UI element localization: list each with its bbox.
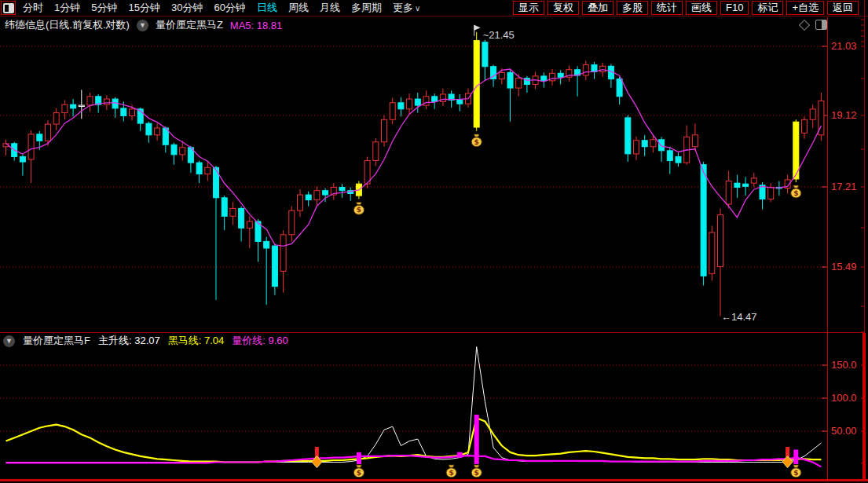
candle-body — [692, 135, 698, 147]
candle-body — [247, 221, 252, 228]
candle-body — [743, 184, 749, 186]
indicator-line-主升线 — [6, 347, 822, 463]
main-indicator-name: 量价厘定黑马Z — [156, 18, 223, 32]
period-item-日线[interactable]: 日线 — [257, 1, 277, 15]
magenta-signal-bar — [793, 450, 798, 464]
candle-body — [306, 195, 311, 199]
collapse-chevron-icon[interactable]: ▼ — [3, 335, 15, 347]
chart-canvas[interactable]: $$$~21.45←14.47$$$$ — [0, 0, 868, 483]
magenta-signal-bar — [357, 452, 361, 464]
price-axis-label: 21.03 — [831, 40, 857, 52]
period-item-月线[interactable]: 月线 — [320, 1, 340, 15]
toolbar-button-返回[interactable]: 返回 — [827, 1, 859, 15]
candle-body — [726, 181, 731, 204]
toolbar-button-叠加[interactable]: 叠加 — [582, 1, 613, 15]
money-bag-icon: $ — [446, 465, 456, 478]
money-bag-icon: $ — [791, 465, 801, 478]
toolbar-button-画线[interactable]: 画线 — [686, 1, 717, 15]
value-axis-label: 50.00 — [831, 425, 857, 437]
candle-body — [642, 141, 647, 147]
candle-body — [146, 123, 152, 135]
window-panel-button[interactable] — [1, 1, 16, 15]
candle-body — [398, 103, 404, 109]
legend-liangjia: 量价线: 9.60 — [232, 334, 288, 348]
candle-body — [46, 124, 51, 141]
sub-chart-header: ▼ 量价厘定黑马F 主升线: 32.07 黑马线: 7.04 量价线: 9.60 — [3, 334, 288, 348]
toolbar-button-多股[interactable]: 多股 — [617, 1, 648, 15]
period-item-60分钟[interactable]: 60分钟 — [214, 1, 245, 15]
candle-body — [516, 79, 522, 88]
candle-body — [415, 99, 420, 105]
high-annotation: ~21.45 — [483, 29, 515, 41]
candle-body — [390, 103, 395, 120]
candle-body — [751, 178, 756, 183]
ma5-value: MA5: 18.81 — [230, 20, 283, 31]
candle-body — [79, 105, 84, 106]
candle-body — [87, 97, 93, 105]
candle-body — [155, 128, 160, 135]
candle-body — [600, 66, 606, 71]
period-item-5分钟[interactable]: 5分钟 — [91, 1, 117, 15]
candle-body — [583, 64, 588, 75]
chart-corner-tools — [800, 20, 827, 30]
candle-body — [37, 134, 42, 141]
period-item-更多[interactable]: 更多∨ — [393, 1, 420, 15]
candle-body — [205, 167, 211, 174]
candle-body — [482, 42, 488, 67]
candle-body — [382, 119, 387, 141]
candle-body — [272, 246, 277, 287]
candle-body — [222, 198, 227, 216]
toolbar-button-标记[interactable]: 标记 — [752, 1, 783, 15]
candle-body — [104, 99, 109, 104]
toolbar-button-复权[interactable]: 复权 — [548, 1, 579, 15]
toolbar-button-统计[interactable]: 统计 — [651, 1, 683, 15]
candle-body — [617, 79, 622, 97]
split-panel-icon — [3, 3, 14, 13]
toolbar-button-F10[interactable]: F10 — [720, 1, 749, 15]
price-axis-label: 15.49 — [831, 261, 857, 273]
svg-text:$: $ — [474, 469, 479, 477]
period-item-周线[interactable]: 周线 — [288, 1, 309, 15]
split-view-icon[interactable] — [815, 20, 827, 30]
candle-body — [314, 191, 320, 200]
period-item-15分钟[interactable]: 15分钟 — [128, 1, 159, 15]
period-item-1分钟[interactable]: 1分钟 — [54, 1, 80, 15]
candle-body — [339, 187, 345, 190]
candle-body — [457, 100, 463, 104]
svg-text:$: $ — [793, 469, 798, 477]
period-item-30分钟[interactable]: 30分钟 — [171, 1, 203, 15]
price-axis-label: 17.21 — [831, 181, 857, 192]
trading-app-window: $$$~21.45←14.47$$$$ 21.0319.1217.2115.49… — [0, 0, 868, 483]
diamond-mark-icon[interactable] — [799, 19, 810, 30]
magenta-signal-square — [457, 452, 463, 458]
candle-body — [280, 235, 286, 272]
svg-text:$: $ — [449, 469, 453, 477]
candle-body — [802, 119, 808, 133]
candle-body — [701, 165, 706, 276]
chevron-down-icon: ∨ — [415, 4, 420, 13]
candle-body — [734, 183, 740, 187]
magenta-signal-bar — [474, 415, 479, 464]
sub-indicator-name: 量价厘定黑马F — [23, 334, 90, 348]
svg-text:$: $ — [474, 138, 479, 146]
candle-body — [171, 145, 177, 155]
candle-body — [709, 232, 715, 273]
toolbar-button-显示[interactable]: 显示 — [513, 1, 544, 15]
candle-body — [373, 142, 379, 161]
candle-body — [474, 41, 479, 127]
candle-body — [407, 99, 412, 109]
money-bag-icon: $ — [353, 202, 364, 214]
period-item-分时[interactable]: 分时 — [23, 1, 43, 15]
candle-body — [62, 104, 68, 112]
svg-text:$: $ — [357, 206, 361, 214]
value-axis-label: 150.0 — [831, 359, 857, 371]
candle-body — [768, 187, 774, 199]
toolbar-button-+自选[interactable]: +自选 — [786, 1, 824, 15]
collapse-chevron-icon[interactable]: ▼ — [137, 20, 148, 31]
candle-body — [499, 72, 504, 79]
period-item-多周期[interactable]: 多周期 — [351, 1, 382, 15]
candle-body — [659, 140, 665, 151]
main-chart-header: 纬德信息(日线.前复权.对数) ▼ 量价厘定黑马Z MA5: 18.81 — [5, 18, 282, 32]
candle-body — [264, 241, 269, 248]
money-bag-icon: $ — [353, 465, 364, 478]
